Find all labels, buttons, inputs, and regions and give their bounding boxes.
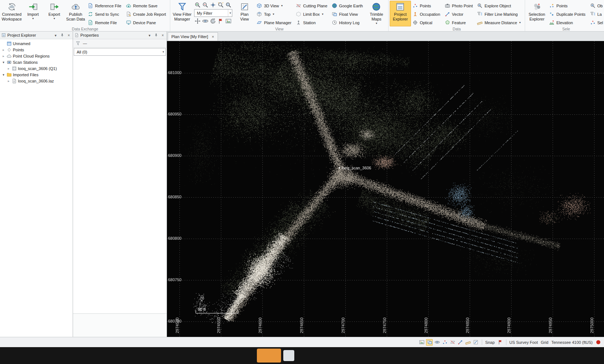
taskbar-app-active[interactable] xyxy=(257,349,281,363)
history-log-button[interactable]: History Log xyxy=(330,18,366,27)
sync-icon xyxy=(88,11,93,17)
view-filter-select[interactable]: My Filter▾ xyxy=(194,9,232,17)
tree-item-scan-stations[interactable]: ▾Scan Stations xyxy=(0,59,73,65)
publish-scan-data-button[interactable]: PublishScan Data xyxy=(65,1,86,26)
view-filter-manager-button[interactable]: View FilterManager xyxy=(171,1,193,26)
pin-icon[interactable] xyxy=(60,33,65,38)
tree-item-looq-scan-3606-q1[interactable]: ▸looq_scan_3606 (Q1) xyxy=(0,65,73,71)
expander-icon[interactable]: ▾ xyxy=(1,60,6,64)
expander-icon[interactable]: ▸ xyxy=(7,67,11,70)
measure-distance-button[interactable]: Measure Distance▾ xyxy=(476,18,524,27)
close-icon[interactable]: × xyxy=(212,34,214,39)
tree-item-imported-files[interactable]: ▾Imported Files xyxy=(0,71,73,78)
tree-item-point-cloud-regions[interactable]: ▸Point Cloud Regions xyxy=(0,53,73,59)
selection-explorer-button[interactable]: SelectionExplorer xyxy=(526,1,547,26)
cut-plane-icon xyxy=(296,3,301,8)
float-view-button[interactable]: Float View xyxy=(330,10,366,18)
sel-button[interactable]: Sel xyxy=(589,18,604,27)
taskbar-app[interactable] xyxy=(283,350,294,361)
export-button[interactable]: Export▾ xyxy=(44,1,65,26)
vector-tool-icon[interactable] xyxy=(457,339,463,346)
filter-line-marking-button[interactable]: Filter Line Marking xyxy=(476,10,524,18)
scan-item-icon xyxy=(12,66,17,71)
close-icon[interactable]: × xyxy=(66,33,72,37)
unit-status[interactable]: US Survey Foot xyxy=(509,340,538,345)
tab-plan-view[interactable]: Plan View [My Filter] × xyxy=(168,32,218,41)
chevron-down-icon: ▾ xyxy=(32,17,34,20)
tree-item-looq-scan-3606-laz[interactable]: ▸looq_scan_3606.laz xyxy=(0,78,73,84)
import-button[interactable]: Import▾ xyxy=(22,1,44,26)
coordinate-system-status[interactable]: Tennessee 4100 (ftUS) xyxy=(551,340,593,345)
grid-toggle-icon[interactable] xyxy=(472,339,479,346)
explore-object-button[interactable]: Explore Object xyxy=(476,1,524,10)
panel-menu-chevron-icon[interactable]: ▾ xyxy=(53,33,58,37)
grid-status[interactable]: Grid xyxy=(541,340,549,345)
flag-button[interactable] xyxy=(217,18,224,25)
view-pane-icon[interactable] xyxy=(426,339,433,346)
optical-button[interactable]: Optical xyxy=(411,18,443,27)
points-button[interactable]: Points xyxy=(411,1,443,10)
top-button[interactable]: Top▾ xyxy=(255,10,294,18)
reference-file-button[interactable]: Reference File xyxy=(86,1,124,10)
orbit-mode-icon[interactable] xyxy=(434,339,440,346)
feature-button[interactable]: Feature xyxy=(443,18,476,27)
zoom-out-button[interactable] xyxy=(202,1,209,8)
tree-item-points[interactable]: ▸Points xyxy=(0,47,73,53)
close-icon[interactable]: × xyxy=(160,33,165,37)
flag-icon[interactable] xyxy=(498,339,503,345)
connected-workspace-button[interactable]: ConnectedWorkspace xyxy=(1,1,22,26)
zoom-extents-button[interactable] xyxy=(217,1,224,8)
workspace-icon xyxy=(7,41,12,46)
globe-icon xyxy=(372,2,381,11)
expander-icon[interactable]: ▸ xyxy=(7,79,11,83)
panel-menu-chevron-icon[interactable]: ▾ xyxy=(147,33,152,37)
ob-button[interactable]: Ob xyxy=(589,1,604,10)
rotate-button[interactable] xyxy=(210,18,217,25)
remote-file-button[interactable]: Remote File xyxy=(86,18,124,27)
page-teal-icon xyxy=(88,20,93,25)
orbit-button[interactable] xyxy=(202,18,209,25)
elevation-button[interactable]: Elevation xyxy=(547,18,589,27)
limit-box-button[interactable]: Limit Box▾ xyxy=(294,10,330,18)
project-explorer-button[interactable]: ProjectExplorer xyxy=(390,1,411,26)
plan-view-button[interactable]: PlanView xyxy=(234,1,255,26)
image-button[interactable] xyxy=(225,18,232,25)
vector-button[interactable]: Vector xyxy=(443,10,476,18)
create-job-report-button[interactable]: Create Job Report xyxy=(124,10,169,18)
render-mode-icon[interactable] xyxy=(418,339,425,346)
device-pane-button[interactable]: Device Pane xyxy=(124,18,169,27)
3d-view-button[interactable]: 3D View▾ xyxy=(255,1,294,10)
snap-status[interactable]: Snap xyxy=(485,340,495,345)
pan-button[interactable] xyxy=(194,18,201,25)
zoom-window-button[interactable] xyxy=(225,1,232,8)
remote-save-button[interactable]: Remote Save xyxy=(124,1,169,10)
tree-item-unnamed[interactable]: Unnamed xyxy=(0,40,73,47)
cutting-plane-button[interactable]: Cutting Plane xyxy=(294,1,330,10)
zoom-in-button[interactable] xyxy=(194,1,201,8)
plane-tool-icon[interactable] xyxy=(449,339,456,346)
cloud-region-icon xyxy=(7,54,12,59)
la-button[interactable]: La xyxy=(589,10,604,18)
google-earth-button[interactable]: Google Earth xyxy=(330,1,366,10)
pin-icon[interactable] xyxy=(154,33,159,38)
chevron-down-icon: ▾ xyxy=(322,12,323,16)
expander-icon[interactable]: ▾ xyxy=(1,73,6,77)
trimble-maps-button[interactable]: TrimbleMaps▾ xyxy=(366,1,387,26)
expander-icon[interactable]: ▸ xyxy=(1,48,6,52)
points-button[interactable]: Points xyxy=(547,1,589,10)
point-cloud-canvas[interactable] xyxy=(167,41,604,337)
station-button[interactable]: Station xyxy=(294,18,330,27)
photo-point-button[interactable]: Photo Point xyxy=(443,1,476,10)
point-display-icon[interactable] xyxy=(441,339,448,346)
send-to-sync-button[interactable]: Send to Sync xyxy=(86,10,124,18)
ribbon-group-view: View FilterManagerMy Filter▾PlanView3D V… xyxy=(170,0,388,31)
occupation-button[interactable]: Occupation xyxy=(411,10,443,18)
plane-manager-button[interactable]: Plane Manager xyxy=(255,18,294,27)
selection-filter-icon[interactable] xyxy=(76,41,80,46)
zoom-crosshair-button[interactable] xyxy=(210,1,217,8)
measure-tool-icon[interactable] xyxy=(465,339,471,346)
points-icon xyxy=(590,20,596,25)
expander-icon[interactable]: ▸ xyxy=(1,54,6,58)
properties-filter-select[interactable]: All (0) ▾ xyxy=(74,48,166,56)
duplicate-points-button[interactable]: Duplicate Points xyxy=(547,10,589,18)
